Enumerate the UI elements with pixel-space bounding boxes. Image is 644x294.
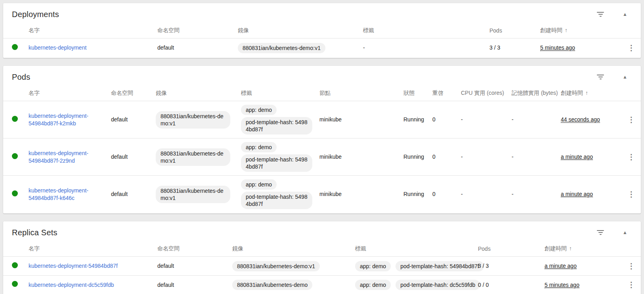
status-ok-icon (12, 190, 18, 196)
image-cell: 880831ian/kubernetes-demo:v1 (153, 111, 238, 129)
labels-cell: app: demo pod-template-hash: 54984bd87f (238, 176, 316, 213)
name-cell: kubernetes-deployment-54984bd87f-2z9nd (25, 150, 108, 165)
replica-sets-title: Replica Sets (12, 228, 57, 237)
pods-count-cell: 0 / 0 (475, 281, 541, 289)
image-chip: 880831ian/kubernetes-demo:v1 (156, 111, 230, 129)
column-header-labels: 標籤 (360, 27, 486, 34)
table-row: kubernetes-deployment default 880831ian/… (3, 38, 641, 57)
column-header-created[interactable]: 創建時間 ↑ (558, 90, 622, 97)
deployments-table-header: 名字 命名空間 鏡像 標籤 Pods 創建時間 ↑ (3, 23, 641, 38)
menu-cell: ⋮ (622, 112, 641, 128)
collapse-section-icon[interactable]: ▲ (615, 69, 634, 85)
column-header-image: 鏡像 (235, 27, 360, 34)
column-header-cpu: CPU 實用 (cores) (458, 90, 508, 97)
label-chip: pod-template-hash: 54984bd87f (241, 192, 312, 209)
column-header-name: 名字 (25, 245, 154, 252)
created-label: 創建時間 (540, 27, 562, 33)
row-menu-icon[interactable]: ⋮ (623, 40, 639, 56)
filter-list-icon[interactable] (591, 69, 610, 85)
created-cell: 5 minutes ago (541, 281, 622, 289)
row-menu-icon[interactable]: ⋮ (623, 258, 639, 274)
row-menu-icon[interactable]: ⋮ (623, 186, 639, 202)
status-ok-icon (12, 153, 18, 159)
menu-cell: ⋮ (622, 186, 641, 202)
filter-glyph (597, 230, 604, 235)
column-header-namespace: 命名空間 (154, 27, 235, 34)
status-cell (3, 281, 25, 289)
pod-link[interactable]: kubernetes-deployment-54984bd87f-k646c (29, 187, 97, 202)
table-row: kubernetes-deployment-54984bd87f-k646c d… (3, 175, 641, 213)
created-cell: a minute ago (558, 153, 622, 161)
cpu-cell: - (458, 190, 508, 198)
status-cell (3, 190, 25, 198)
pod-link[interactable]: kubernetes-deployment-54984bd87f-2z9nd (29, 150, 97, 165)
memory-cell: - (508, 190, 558, 198)
restarts-cell: 0 (429, 116, 458, 123)
row-menu-icon[interactable]: ⋮ (623, 277, 639, 293)
column-header-namespace: 命名空間 (108, 90, 153, 97)
column-header-created[interactable]: 創建時間 ↑ (541, 245, 622, 252)
image-chip: 880831ian/kubernetes-demo:v1 (156, 148, 230, 166)
deployment-link[interactable]: kubernetes-deployment (29, 44, 86, 52)
column-header-namespace: 命名空間 (154, 245, 229, 252)
collapse-section-icon[interactable]: ▲ (615, 225, 634, 240)
filter-list-icon[interactable] (591, 6, 610, 22)
column-header-image: 鏡像 (229, 245, 352, 252)
status-cell (3, 44, 25, 52)
image-cell: 880831ian/kubernetes-demo:v1 (235, 43, 360, 53)
namespace-cell: default (154, 281, 229, 289)
replica-set-link[interactable]: kubernetes-deployment-dc5c59fdb (29, 281, 114, 289)
collapse-section-icon[interactable]: ▲ (615, 6, 634, 22)
created-cell: a minute ago (558, 190, 622, 198)
created-cell: 5 minutes ago (537, 44, 622, 52)
pods-count-cell: 3 / 3 (486, 44, 537, 52)
column-header-created[interactable]: 創建時間 ↑ (537, 27, 622, 34)
replica-set-link[interactable]: kubernetes-deployment-54984bd87f (29, 262, 118, 270)
memory-cell: - (508, 153, 558, 161)
created-label: 創建時間 (545, 245, 567, 252)
sort-ascending-icon: ↑ (569, 245, 572, 252)
column-header-labels: 標籤 (352, 245, 475, 252)
row-menu-icon[interactable]: ⋮ (623, 149, 639, 165)
restarts-cell: 0 (429, 190, 458, 198)
namespace-cell: default (154, 262, 229, 270)
pods-card: Pods ▲ 名字 命名空間 鏡像 標籤 節點 狀態 重啓 CPU 實用 (co… (3, 66, 641, 213)
label-chip: pod-template-hash: 54984bd87f (396, 261, 483, 271)
label-chip: app: demo (241, 142, 277, 152)
column-header-memory: 記憶體實用 (bytes) (508, 90, 558, 97)
memory-cell: - (508, 116, 558, 123)
column-header-node: 節點 (316, 90, 400, 97)
relative-time: a minute ago (561, 154, 593, 160)
relative-time: a minute ago (545, 263, 577, 269)
replica-sets-card-header: Replica Sets ▲ (3, 221, 641, 241)
status-cell (3, 153, 25, 161)
label-chip: pod-template-hash: dc5c59fdb (396, 280, 480, 290)
namespace-cell: default (108, 190, 153, 198)
row-menu-icon[interactable]: ⋮ (623, 112, 639, 128)
pod-link[interactable]: kubernetes-deployment-54984bd87f-k2mkb (29, 112, 97, 127)
sort-ascending-icon: ↑ (565, 27, 568, 33)
filter-glyph (597, 12, 604, 17)
menu-cell: ⋮ (622, 149, 641, 165)
status-text-cell: Running (400, 190, 429, 198)
filter-list-icon[interactable] (591, 225, 610, 240)
label-chip: pod-template-hash: 54984bd87f (241, 154, 312, 172)
created-cell: a minute ago (541, 262, 622, 270)
name-cell: kubernetes-deployment (25, 44, 154, 52)
image-chip: 880831ian/kubernetes-demo:v1 (232, 261, 320, 271)
menu-cell: ⋮ (622, 258, 641, 274)
pods-header-actions: ▲ (591, 69, 638, 85)
table-row: kubernetes-deployment-dc5c59fdb default … (3, 275, 641, 294)
node-cell: minikube (316, 190, 400, 198)
table-row: kubernetes-deployment-54984bd87f-k2mkb d… (3, 101, 641, 138)
cpu-cell: - (458, 116, 508, 123)
labels-cell: app: demo pod-template-hash: 54984bd87f (352, 261, 475, 271)
status-ok-icon (12, 44, 18, 50)
name-cell: kubernetes-deployment-54984bd87f-k646c (25, 187, 108, 202)
image-cell: 880831ian/kubernetes-demo:v1 (229, 261, 352, 271)
replica-sets-card: Replica Sets ▲ 名字 命名空間 鏡像 標籤 Pods 創建時間 ↑… (3, 221, 641, 294)
replica-sets-table-header: 名字 命名空間 鏡像 標籤 Pods 創建時間 ↑ (3, 241, 641, 256)
label-chip: app: demo (355, 280, 391, 290)
filter-glyph (597, 75, 604, 79)
labels-cell: app: demo pod-template-hash: dc5c59fdb (352, 280, 475, 290)
